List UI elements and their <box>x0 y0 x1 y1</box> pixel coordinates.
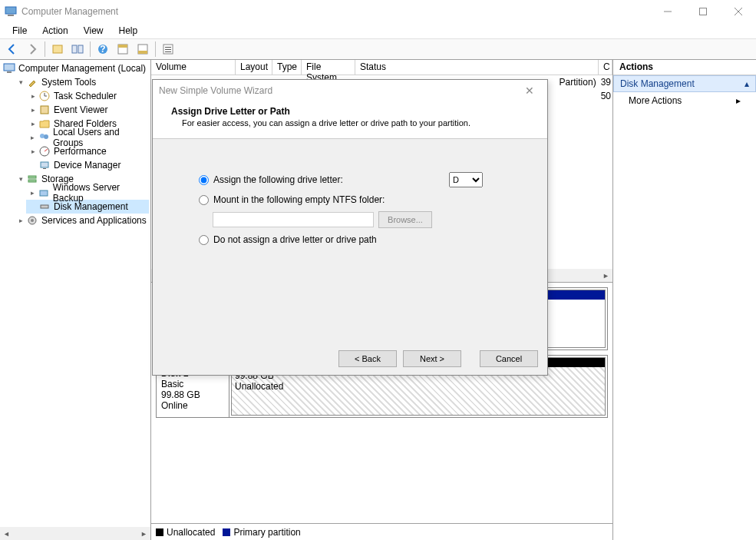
expand-icon[interactable]: ▸ <box>28 187 38 198</box>
actions-more-actions[interactable]: More Actions ▸ <box>613 92 756 109</box>
wizard-body: Assign the following drive letter: D Mou… <box>153 139 547 343</box>
col-status[interactable]: Status <box>355 60 599 75</box>
expand-icon[interactable]: ▸ <box>28 146 38 157</box>
expand-icon[interactable]: ▸ <box>28 91 38 101</box>
svg-rect-7 <box>72 45 77 53</box>
legend-unallocated: Unallocated <box>156 527 215 538</box>
browse-button[interactable]: Browse... <box>378 211 432 228</box>
disk-size: 99.88 GB <box>161 389 224 400</box>
col-layout[interactable]: Layout <box>236 60 272 75</box>
scroll-left-button[interactable]: ◄ <box>0 527 13 540</box>
menu-file[interactable]: File <box>6 24 33 38</box>
titlebar: Computer Management <box>0 0 756 23</box>
back-button[interactable]: < Back <box>338 350 397 367</box>
ntfs-folder-input[interactable] <box>213 212 374 227</box>
svg-rect-33 <box>40 190 48 196</box>
expand-icon[interactable]: ▸ <box>28 118 38 129</box>
view-top-button[interactable] <box>114 41 132 58</box>
radio-mount-folder-input[interactable] <box>199 195 209 205</box>
svg-rect-31 <box>28 176 36 178</box>
partition-label: Unallocated <box>235 381 602 392</box>
computer-icon <box>3 62 15 75</box>
help-button[interactable]: ? <box>94 41 112 58</box>
wizard-step-desc: For easier access, you can assign a driv… <box>171 117 529 128</box>
event-icon <box>38 104 51 116</box>
collapse-icon: ▴ <box>744 78 749 89</box>
toolbar-separator <box>155 41 156 57</box>
tree-event-viewer[interactable]: ▸Event Viewer <box>26 103 149 117</box>
minimize-button[interactable] <box>650 0 685 23</box>
radio-no-assign[interactable]: Do not assign a drive letter or drive pa… <box>199 230 529 250</box>
radio-assign-letter[interactable]: Assign the following drive letter: D <box>199 170 529 190</box>
close-button[interactable] <box>721 0 756 23</box>
toolbar-separator <box>90 41 91 57</box>
col-capacity[interactable]: C <box>599 60 612 75</box>
radio-no-assign-input[interactable] <box>199 235 209 245</box>
tree-ws-backup[interactable]: ▸Windows Server Backup <box>26 186 149 200</box>
svg-rect-34 <box>41 205 48 208</box>
wizard-title: New Simple Volume Wizard <box>159 85 518 96</box>
radio-label: Do not assign a drive letter or drive pa… <box>213 234 377 245</box>
tree-label: Computer Management (Local) <box>18 63 146 74</box>
back-button[interactable] <box>3 41 21 58</box>
settings-button[interactable] <box>159 41 177 58</box>
scroll-right-button[interactable]: ► <box>137 527 150 540</box>
window-title: Computer Management <box>21 6 650 17</box>
view-bottom-button[interactable] <box>134 41 152 58</box>
svg-rect-8 <box>78 45 83 53</box>
performance-icon <box>38 145 51 157</box>
drive-letter-select[interactable]: D <box>449 172 483 187</box>
tree-label: Windows Server Backup <box>53 182 149 204</box>
tree-label: Local Users and Groups <box>53 127 149 148</box>
device-icon <box>38 159 51 171</box>
menu-view[interactable]: View <box>78 24 110 38</box>
tree-root[interactable]: Computer Management (Local) <box>2 61 149 75</box>
radio-mount-folder[interactable]: Mount in the following empty NTFS folder… <box>199 190 529 210</box>
blank-icon <box>28 160 38 171</box>
tree-local-users[interactable]: ▸Local Users and Groups <box>26 131 149 144</box>
next-button[interactable]: Next > <box>403 350 461 367</box>
wizard-close-button[interactable]: ✕ <box>518 80 541 101</box>
menu-action[interactable]: Action <box>36 24 74 38</box>
col-type[interactable]: Type <box>272 60 302 75</box>
tree-device-manager[interactable]: Device Manager <box>26 158 149 172</box>
menu-help[interactable]: Help <box>113 24 144 38</box>
scroll-right-button[interactable]: ► <box>599 269 612 282</box>
actions-header: Actions <box>613 60 756 75</box>
col-volume[interactable]: Volume <box>151 60 236 75</box>
left-scrollbar[interactable]: ◄ ► <box>0 527 150 540</box>
expand-icon[interactable]: ▸ <box>28 132 38 143</box>
up-button[interactable] <box>48 41 67 58</box>
tree-system-tools[interactable]: ▾ System Tools <box>14 75 149 89</box>
tree-task-scheduler[interactable]: ▸Task Scheduler <box>26 89 149 103</box>
svg-point-25 <box>40 134 45 138</box>
wizard-titlebar[interactable]: New Simple Volume Wizard ✕ <box>153 80 547 101</box>
expand-icon[interactable]: ▸ <box>15 215 26 226</box>
menubar: File Action View Help <box>0 23 756 38</box>
svg-rect-6 <box>53 45 62 53</box>
actions-section-label: Disk Management <box>620 78 695 89</box>
svg-rect-17 <box>165 49 171 50</box>
blank-icon <box>28 201 38 212</box>
radio-assign-letter-input[interactable] <box>199 175 209 185</box>
svg-rect-1 <box>8 15 14 16</box>
svg-rect-18 <box>165 51 171 52</box>
maximize-button[interactable] <box>685 0 721 23</box>
forward-button[interactable] <box>23 41 41 58</box>
disk-status: Online <box>161 400 224 411</box>
wizard-button-row: < Back Next > Cancel <box>153 343 547 375</box>
svg-rect-14 <box>138 51 147 54</box>
cancel-button[interactable]: Cancel <box>480 350 538 367</box>
legend-swatch-black <box>156 528 163 536</box>
svg-rect-29 <box>41 162 48 167</box>
tree-services[interactable]: ▸ Services and Applications <box>14 214 149 227</box>
svg-rect-0 <box>5 7 16 14</box>
show-hide-button[interactable] <box>68 41 87 58</box>
actions-section-disk-management[interactable]: Disk Management ▴ <box>613 75 756 92</box>
expand-icon[interactable]: ▾ <box>15 174 26 184</box>
expand-icon[interactable]: ▸ <box>28 104 38 115</box>
expand-icon[interactable]: ▾ <box>15 77 26 88</box>
volume-cap-frag: 39 <box>601 77 611 88</box>
col-filesystem[interactable]: File System <box>302 60 355 75</box>
toolbar-separator <box>45 41 45 57</box>
